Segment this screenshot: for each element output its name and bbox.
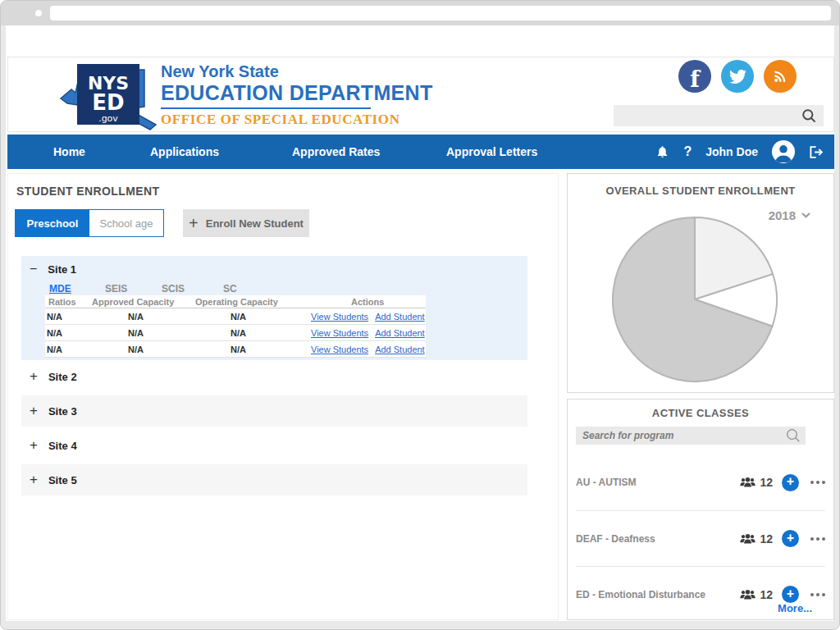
collapse-icon[interactable] [30, 262, 37, 276]
site-header: NYS ED .gov New York State EDUCATION DEP… [7, 57, 834, 132]
nav-user-cluster: ? John Doe [655, 135, 824, 169]
add-student-link[interactable]: Add Student [375, 312, 425, 322]
expand-icon[interactable] [30, 437, 38, 454]
site-row-2[interactable]: Site 2 [21, 361, 527, 392]
notifications-bell-icon[interactable] [655, 144, 669, 159]
logo-text-ed: ED [92, 90, 124, 115]
table-header-row: Ratios Approved Capacity Operating Capac… [45, 295, 426, 308]
search-icon[interactable] [801, 108, 817, 124]
window-control-dot[interactable] [35, 10, 42, 16]
browser-window: NYS ED .gov New York State EDUCATION DEP… [0, 0, 840, 630]
count-value: 12 [760, 476, 773, 489]
active-classes-card: ACTIVE CLASSES AU - AUTISM 12 DEAF - Dea… [567, 399, 834, 620]
tab-mde[interactable]: MDE [49, 283, 71, 294]
more-options-icon[interactable] [810, 593, 825, 596]
site-1-header[interactable]: Site 1 [30, 262, 76, 276]
site-1-expanded-panel: Site 1 MDE SEIS SCIS SC Ratios Approved … [21, 256, 527, 360]
nysed-logo[interactable]: NYS ED .gov [57, 59, 166, 133]
facebook-icon[interactable] [678, 60, 711, 93]
class-row: AU - AUTISM 12 [576, 454, 825, 510]
site-row-3[interactable]: Site 3 [21, 395, 527, 427]
more-options-icon[interactable] [810, 481, 825, 484]
overall-enrollment-card: OVERALL STUDENT ENROLLMENT 2018 [567, 173, 834, 393]
count-value: 12 [760, 588, 773, 601]
user-avatar[interactable] [772, 140, 795, 163]
cell-approved-capacity: N/A [128, 312, 231, 322]
site-name: Site 4 [48, 440, 77, 452]
cell-ratios: N/A [45, 312, 128, 322]
cell-operating-capacity: N/A [231, 328, 309, 338]
expand-icon[interactable] [30, 472, 38, 488]
student-count: 12 [740, 476, 773, 489]
users-icon [740, 589, 756, 600]
age-tabs: Preschool School age [15, 209, 164, 237]
org-name-line2: EDUCATION DEPARTMENT [161, 81, 432, 105]
tab-seis[interactable]: SEIS [105, 283, 127, 294]
expand-icon[interactable] [30, 403, 38, 419]
cell-ratios: N/A [45, 328, 128, 338]
enrollment-pie-chart [609, 213, 781, 386]
org-name-line1: New York State [161, 62, 432, 81]
browser-titlebar [1, 1, 839, 25]
site-name: Site 1 [48, 263, 76, 276]
view-students-link[interactable]: View Students [311, 345, 368, 354]
program-search-input[interactable] [576, 427, 806, 445]
nav-item-approval-letters[interactable]: Approval Letters [446, 135, 537, 169]
tab-scis[interactable]: SCIS [162, 283, 185, 294]
users-icon [740, 477, 756, 488]
class-name: ED - Emotional Disturbance [576, 589, 740, 600]
add-class-button[interactable] [782, 474, 799, 491]
address-bar[interactable] [50, 6, 831, 21]
col-ratios: Ratios [45, 297, 89, 307]
count-value: 12 [760, 532, 773, 546]
view-students-link[interactable]: View Students [311, 328, 368, 338]
enroll-button-label: Enroll New Student [206, 217, 304, 230]
tab-school-age[interactable]: School age [89, 210, 163, 236]
expand-icon[interactable] [30, 368, 38, 385]
col-operating-capacity: Operating Capacity [192, 297, 349, 307]
active-classes-title: ACTIVE CLASSES [568, 407, 833, 419]
org-title-block: New York State EDUCATION DEPARTMENT OFFI… [161, 62, 432, 128]
more-link[interactable]: More... [778, 602, 812, 614]
site-row-5[interactable]: Site 5 [21, 464, 527, 495]
twitter-bird-glyph [729, 68, 746, 85]
view-students-link[interactable]: View Students [311, 312, 368, 322]
nav-item-home[interactable]: Home [53, 135, 85, 169]
cell-operating-capacity: N/A [231, 345, 309, 354]
social-links [678, 60, 797, 93]
site-name: Site 2 [48, 371, 77, 383]
class-list: AU - AUTISM 12 DEAF - Deafness 12 ED - E… [576, 454, 825, 622]
user-name[interactable]: John Doe [705, 145, 758, 158]
search-icon[interactable] [786, 428, 801, 443]
chevron-down-icon [801, 212, 810, 218]
site-search-input[interactable] [614, 105, 824, 126]
rss-icon[interactable] [764, 60, 797, 93]
tab-preschool[interactable]: Preschool [16, 210, 89, 236]
class-row: DEAF - Deafness 12 [576, 510, 825, 566]
site-name: Site 5 [48, 474, 77, 486]
nav-item-approved-rates[interactable]: Approved Rates [292, 135, 380, 169]
nav-item-applications[interactable]: Applications [150, 135, 219, 169]
add-student-link[interactable]: Add Student [375, 345, 425, 354]
add-student-link[interactable]: Add Student [375, 328, 425, 338]
table-row: N/A N/A N/A View Students Add Student [45, 308, 426, 325]
org-name-line3: OFFICE OF SPECIAL EDUCATION [161, 112, 432, 128]
help-button[interactable]: ? [683, 144, 692, 159]
cell-ratios: N/A [45, 345, 128, 354]
users-icon [740, 533, 756, 545]
site-row-4[interactable]: Site 4 [21, 430, 527, 461]
cell-approved-capacity: N/A [128, 328, 231, 338]
program-search [576, 427, 806, 445]
add-class-button[interactable] [782, 586, 799, 603]
site-name: Site 3 [48, 405, 77, 418]
add-class-button[interactable] [782, 530, 799, 547]
cell-approved-capacity: N/A [128, 345, 231, 354]
logout-icon[interactable] [809, 145, 824, 159]
enroll-new-student-button[interactable]: Enroll New Student [183, 209, 309, 237]
tab-sc[interactable]: SC [223, 283, 237, 294]
col-actions: Actions [349, 297, 426, 307]
twitter-icon[interactable] [721, 60, 754, 93]
plus-icon [189, 214, 199, 233]
student-count: 12 [740, 588, 773, 601]
more-options-icon[interactable] [810, 537, 825, 541]
